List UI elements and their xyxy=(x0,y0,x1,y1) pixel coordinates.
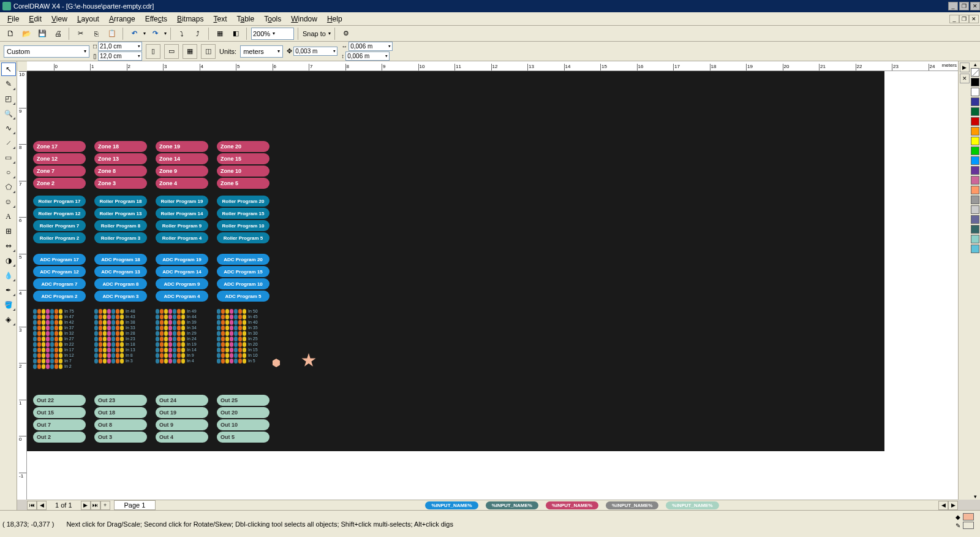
add-page-button[interactable]: + xyxy=(100,501,110,510)
units-dropdown[interactable]: meters xyxy=(240,45,283,58)
output-button[interactable]: Out 20 xyxy=(217,407,270,418)
color-swatch[interactable] xyxy=(971,156,979,165)
color-swatch[interactable] xyxy=(971,117,979,126)
input-strip[interactable]: In 49In 44In 39In 34In 29In 24In 19In 14… xyxy=(156,308,208,370)
input-strip[interactable]: In 48In 43In 38In 33In 28In 23In 18In 13… xyxy=(94,308,147,370)
input-name-tag[interactable]: %INPUT_NAME% xyxy=(606,501,658,509)
output-button[interactable]: Out 18 xyxy=(94,407,147,418)
palette-up-button[interactable]: ▴ xyxy=(970,61,980,67)
color-swatch[interactable] xyxy=(971,88,979,96)
undo-button[interactable] xyxy=(127,27,141,40)
output-button[interactable]: Out 19 xyxy=(156,407,208,418)
freehand-tool[interactable] xyxy=(1,121,16,135)
menu-text[interactable]: Text xyxy=(208,13,232,25)
color-swatch[interactable] xyxy=(971,147,979,155)
text-tool[interactable] xyxy=(1,210,16,223)
adc-program-button[interactable]: ADC Program 17 xyxy=(33,254,86,265)
output-button[interactable]: Out 7 xyxy=(33,419,86,430)
open-button[interactable] xyxy=(20,27,33,40)
first-page-button[interactable]: ⏮ xyxy=(27,501,37,510)
adc-program-button[interactable]: ADC Program 2 xyxy=(33,291,86,302)
roller-program-button[interactable]: Roller Program 14 xyxy=(156,208,208,219)
hexagon-shape[interactable] xyxy=(272,359,281,367)
horizontal-ruler[interactable]: 0123456789101112131415161718192021222324… xyxy=(17,61,958,71)
output-button[interactable]: Out 5 xyxy=(217,432,270,443)
paper-height-field[interactable]: 12,0 cm xyxy=(98,51,142,61)
redo-button[interactable] xyxy=(148,27,162,40)
interactive-blend-tool[interactable] xyxy=(1,254,16,267)
input-name-tag[interactable]: %INPUT_NAME% xyxy=(425,501,478,509)
welcome-button[interactable]: ◧ xyxy=(229,27,243,40)
menu-tools[interactable]: Tools xyxy=(259,13,286,25)
menu-view[interactable]: View xyxy=(47,13,72,25)
menu-window[interactable]: Window xyxy=(286,13,322,25)
table-tool[interactable] xyxy=(1,224,16,238)
zone-button[interactable]: Zone 17 xyxy=(33,141,86,152)
paper-width-field[interactable]: 21,0 cm xyxy=(98,42,142,51)
hscroll-right-button[interactable]: ▶ xyxy=(948,501,958,510)
zone-button[interactable]: Zone 9 xyxy=(156,166,208,177)
object-manager-tab[interactable]: ✕ xyxy=(960,74,970,83)
color-swatch[interactable] xyxy=(971,166,979,175)
zone-button[interactable]: Zone 5 xyxy=(217,178,270,189)
roller-program-button[interactable]: Roller Program 10 xyxy=(217,220,270,231)
output-button[interactable]: Out 10 xyxy=(217,419,270,430)
app-launcher-button[interactable] xyxy=(213,27,227,40)
adc-program-button[interactable]: ADC Program 18 xyxy=(94,254,147,265)
no-color-swatch[interactable] xyxy=(971,68,979,77)
page-layout-button[interactable]: ▦ xyxy=(183,44,197,59)
import-button[interactable] xyxy=(175,27,189,40)
copy-button[interactable] xyxy=(89,27,103,40)
roller-program-button[interactable]: Roller Program 7 xyxy=(33,220,86,231)
color-swatch[interactable] xyxy=(971,176,979,185)
doc-close-button[interactable]: ✕ xyxy=(969,15,979,23)
adc-program-button[interactable]: ADC Program 7 xyxy=(33,278,86,289)
zone-button[interactable]: Zone 20 xyxy=(217,141,270,152)
zone-button[interactable]: Zone 15 xyxy=(217,153,270,164)
adc-program-button[interactable]: ADC Program 9 xyxy=(156,278,208,289)
crop-tool[interactable] xyxy=(1,92,16,105)
zone-button[interactable]: Zone 12 xyxy=(33,153,86,164)
doc-maximize-button[interactable]: ❐ xyxy=(959,15,969,23)
adc-program-button[interactable]: ADC Program 12 xyxy=(33,266,86,277)
shape-tool[interactable] xyxy=(1,77,16,91)
output-button[interactable]: Out 3 xyxy=(94,432,147,443)
ellipse-tool[interactable] xyxy=(1,166,16,179)
adc-program-button[interactable]: ADC Program 8 xyxy=(94,278,147,289)
vertical-ruler[interactable]: 109876543210-1 xyxy=(17,71,27,500)
adc-program-button[interactable]: ADC Program 19 xyxy=(156,254,208,265)
adc-program-button[interactable]: ADC Program 4 xyxy=(156,291,208,302)
menu-bitmaps[interactable]: Bitmaps xyxy=(172,13,208,25)
zone-button[interactable]: Zone 8 xyxy=(94,166,147,177)
menu-file[interactable]: File xyxy=(2,13,24,25)
output-button[interactable]: Out 8 xyxy=(94,419,147,430)
landscape-button[interactable]: ▭ xyxy=(164,44,179,59)
zone-button[interactable]: Zone 10 xyxy=(217,166,270,177)
snap-dropdown-icon[interactable]: ▾ xyxy=(328,31,331,36)
color-swatch[interactable] xyxy=(971,97,979,106)
ruler-corner[interactable] xyxy=(17,61,27,71)
input-name-tag[interactable]: %INPUT_NAME% xyxy=(546,501,598,509)
zone-button[interactable]: Zone 13 xyxy=(94,153,147,164)
menu-effects[interactable]: Effects xyxy=(140,13,172,25)
roller-program-button[interactable]: Roller Program 18 xyxy=(94,196,147,207)
output-button[interactable]: Out 9 xyxy=(156,419,208,430)
input-name-tag[interactable]: %INPUT_NAME% xyxy=(666,501,718,509)
color-swatch[interactable] xyxy=(971,235,979,243)
output-button[interactable]: Out 24 xyxy=(156,395,208,406)
adc-program-button[interactable]: ADC Program 14 xyxy=(156,266,208,277)
basic-shapes-tool[interactable] xyxy=(1,195,16,208)
outline-tool[interactable] xyxy=(1,283,16,297)
menu-table[interactable]: Table xyxy=(232,13,259,25)
roller-program-button[interactable]: Roller Program 4 xyxy=(156,232,208,243)
eyedropper-tool[interactable] xyxy=(1,268,16,282)
minimize-button[interactable]: _ xyxy=(948,2,958,10)
fill-tool[interactable] xyxy=(1,298,16,311)
input-name-tag[interactable]: %INPUT_NAME% xyxy=(486,501,538,509)
zone-button[interactable]: Zone 2 xyxy=(33,178,86,189)
close-button[interactable]: ✕ xyxy=(970,2,980,10)
paper-type-dropdown[interactable]: Custom xyxy=(4,45,89,58)
roller-program-button[interactable]: Roller Program 19 xyxy=(156,196,208,207)
drawing-page[interactable]: Zone 17Zone 18Zone 19Zone 20Zone 12Zone … xyxy=(27,71,884,451)
menu-layout[interactable]: Layout xyxy=(72,13,104,25)
